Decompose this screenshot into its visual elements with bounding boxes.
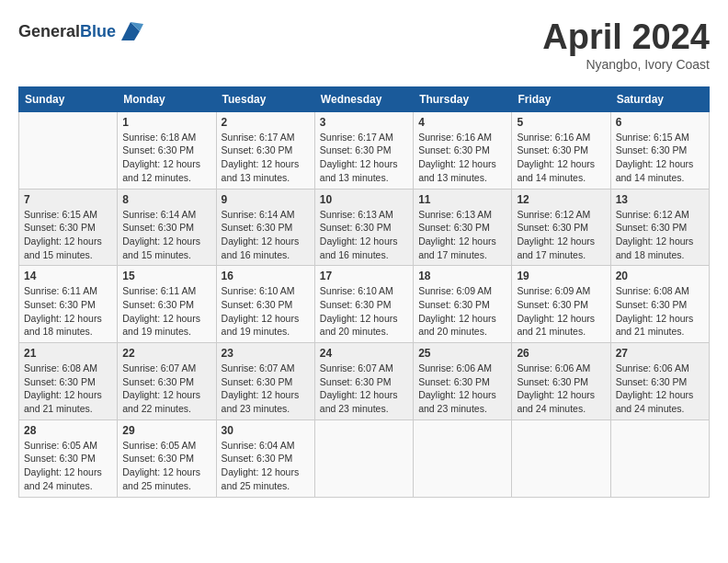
calendar-cell: 6Sunrise: 6:15 AM Sunset: 6:30 PM Daylig… — [610, 111, 709, 189]
day-info: Sunrise: 6:17 AM Sunset: 6:30 PM Dayligh… — [222, 131, 310, 185]
day-number: 29 — [122, 424, 210, 437]
day-info: Sunrise: 6:09 AM Sunset: 6:30 PM Dayligh… — [418, 284, 506, 339]
weekday-header: Friday — [512, 86, 610, 111]
month-title: April 2024 — [542, 18, 710, 57]
day-number: 10 — [320, 193, 408, 206]
day-number: 16 — [222, 270, 310, 282]
calendar-cell: 14Sunrise: 6:11 AM Sunset: 6:30 PM Dayli… — [19, 266, 118, 343]
calendar-week-row: 1Sunrise: 6:18 AM Sunset: 6:30 PM Daylig… — [19, 111, 710, 189]
calendar-cell: 30Sunrise: 6:04 AM Sunset: 6:30 PM Dayli… — [216, 419, 314, 497]
calendar-cell — [19, 111, 118, 189]
day-info: Sunrise: 6:10 AM Sunset: 6:30 PM Dayligh… — [222, 284, 310, 339]
calendar-cell: 1Sunrise: 6:18 AM Sunset: 6:30 PM Daylig… — [118, 111, 216, 189]
calendar-cell — [314, 419, 413, 497]
day-number: 5 — [517, 116, 605, 129]
day-number: 7 — [24, 193, 112, 206]
calendar-cell: 21Sunrise: 6:08 AM Sunset: 6:30 PM Dayli… — [19, 343, 118, 420]
calendar-cell: 28Sunrise: 6:05 AM Sunset: 6:30 PM Dayli… — [19, 419, 118, 497]
day-number: 12 — [517, 193, 605, 206]
calendar-cell: 25Sunrise: 6:06 AM Sunset: 6:30 PM Dayli… — [414, 343, 512, 420]
weekday-header: Thursday — [414, 86, 512, 111]
day-number: 8 — [122, 193, 210, 206]
calendar-week-row: 21Sunrise: 6:08 AM Sunset: 6:30 PM Dayli… — [19, 343, 710, 420]
calendar-cell: 13Sunrise: 6:12 AM Sunset: 6:30 PM Dayli… — [610, 189, 709, 266]
calendar-cell: 9Sunrise: 6:14 AM Sunset: 6:30 PM Daylig… — [216, 189, 314, 266]
day-info: Sunrise: 6:08 AM Sunset: 6:30 PM Dayligh… — [616, 284, 704, 339]
day-number: 3 — [320, 116, 408, 129]
day-info: Sunrise: 6:16 AM Sunset: 6:30 PM Dayligh… — [517, 131, 605, 185]
logo-general: General — [18, 22, 80, 40]
day-number: 23 — [222, 347, 310, 360]
calendar-cell: 10Sunrise: 6:13 AM Sunset: 6:30 PM Dayli… — [314, 189, 413, 266]
calendar-cell: 26Sunrise: 6:06 AM Sunset: 6:30 PM Dayli… — [512, 343, 610, 420]
calendar-cell: 17Sunrise: 6:10 AM Sunset: 6:30 PM Dayli… — [314, 266, 413, 343]
day-number: 9 — [222, 193, 310, 206]
weekday-header: Tuesday — [216, 86, 314, 111]
logo-blue: Blue — [80, 22, 116, 40]
calendar-cell: 5Sunrise: 6:16 AM Sunset: 6:30 PM Daylig… — [512, 111, 610, 189]
calendar-cell: 24Sunrise: 6:07 AM Sunset: 6:30 PM Dayli… — [314, 343, 413, 420]
calendar-week-row: 7Sunrise: 6:15 AM Sunset: 6:30 PM Daylig… — [19, 189, 710, 266]
calendar-cell: 20Sunrise: 6:08 AM Sunset: 6:30 PM Dayli… — [610, 266, 709, 343]
day-info: Sunrise: 6:12 AM Sunset: 6:30 PM Dayligh… — [517, 208, 605, 262]
day-info: Sunrise: 6:06 AM Sunset: 6:30 PM Dayligh… — [517, 362, 605, 416]
weekday-header: Sunday — [19, 86, 118, 111]
day-info: Sunrise: 6:04 AM Sunset: 6:30 PM Dayligh… — [222, 439, 310, 493]
calendar-cell: 18Sunrise: 6:09 AM Sunset: 6:30 PM Dayli… — [414, 266, 512, 343]
day-info: Sunrise: 6:07 AM Sunset: 6:30 PM Dayligh… — [222, 362, 310, 416]
day-info: Sunrise: 6:15 AM Sunset: 6:30 PM Dayligh… — [616, 131, 704, 185]
weekday-header: Monday — [118, 86, 216, 111]
calendar-cell: 8Sunrise: 6:14 AM Sunset: 6:30 PM Daylig… — [118, 189, 216, 266]
day-info: Sunrise: 6:18 AM Sunset: 6:30 PM Dayligh… — [122, 131, 210, 185]
calendar-cell: 15Sunrise: 6:11 AM Sunset: 6:30 PM Dayli… — [118, 266, 216, 343]
day-number: 25 — [418, 347, 506, 360]
day-number: 2 — [222, 116, 310, 129]
day-number: 14 — [24, 270, 112, 282]
calendar-cell: 2Sunrise: 6:17 AM Sunset: 6:30 PM Daylig… — [216, 111, 314, 189]
calendar-cell: 11Sunrise: 6:13 AM Sunset: 6:30 PM Dayli… — [414, 189, 512, 266]
day-number: 4 — [418, 116, 506, 129]
calendar-cell: 7Sunrise: 6:15 AM Sunset: 6:30 PM Daylig… — [19, 189, 118, 266]
day-info: Sunrise: 6:15 AM Sunset: 6:30 PM Dayligh… — [24, 208, 112, 262]
day-number: 11 — [418, 193, 506, 206]
calendar-cell: 19Sunrise: 6:09 AM Sunset: 6:30 PM Dayli… — [512, 266, 610, 343]
weekday-header: Saturday — [610, 86, 709, 111]
logo: GeneralBlue — [18, 18, 143, 44]
day-info: Sunrise: 6:13 AM Sunset: 6:30 PM Dayligh… — [320, 208, 408, 262]
day-number: 1 — [122, 116, 210, 129]
day-info: Sunrise: 6:06 AM Sunset: 6:30 PM Dayligh… — [616, 362, 704, 416]
day-number: 24 — [320, 347, 408, 360]
calendar-week-row: 14Sunrise: 6:11 AM Sunset: 6:30 PM Dayli… — [19, 266, 710, 343]
day-number: 26 — [517, 347, 605, 360]
weekday-header: Wednesday — [314, 86, 413, 111]
calendar-cell: 12Sunrise: 6:12 AM Sunset: 6:30 PM Dayli… — [512, 189, 610, 266]
location-subtitle: Nyangbo, Ivory Coast — [542, 57, 710, 72]
title-block: April 2024 Nyangbo, Ivory Coast — [542, 18, 710, 72]
calendar-cell: 3Sunrise: 6:17 AM Sunset: 6:30 PM Daylig… — [314, 111, 413, 189]
day-info: Sunrise: 6:13 AM Sunset: 6:30 PM Dayligh… — [418, 208, 506, 262]
day-info: Sunrise: 6:09 AM Sunset: 6:30 PM Dayligh… — [517, 284, 605, 339]
calendar-cell — [610, 419, 709, 497]
day-info: Sunrise: 6:07 AM Sunset: 6:30 PM Dayligh… — [122, 362, 210, 416]
calendar-cell — [414, 419, 512, 497]
calendar-cell: 16Sunrise: 6:10 AM Sunset: 6:30 PM Dayli… — [216, 266, 314, 343]
day-number: 22 — [122, 347, 210, 360]
day-number: 17 — [320, 270, 408, 282]
calendar-cell: 22Sunrise: 6:07 AM Sunset: 6:30 PM Dayli… — [118, 343, 216, 420]
day-info: Sunrise: 6:12 AM Sunset: 6:30 PM Dayligh… — [616, 208, 704, 262]
day-info: Sunrise: 6:16 AM Sunset: 6:30 PM Dayligh… — [418, 131, 506, 185]
day-number: 20 — [616, 270, 704, 282]
day-info: Sunrise: 6:10 AM Sunset: 6:30 PM Dayligh… — [320, 284, 408, 339]
day-number: 21 — [24, 347, 112, 360]
day-number: 19 — [517, 270, 605, 282]
day-number: 30 — [222, 424, 310, 437]
calendar-cell: 23Sunrise: 6:07 AM Sunset: 6:30 PM Dayli… — [216, 343, 314, 420]
day-info: Sunrise: 6:11 AM Sunset: 6:30 PM Dayligh… — [122, 284, 210, 339]
calendar-cell: 4Sunrise: 6:16 AM Sunset: 6:30 PM Daylig… — [414, 111, 512, 189]
day-info: Sunrise: 6:08 AM Sunset: 6:30 PM Dayligh… — [24, 362, 112, 416]
day-number: 6 — [616, 116, 704, 129]
calendar-table: SundayMondayTuesdayWednesdayThursdayFrid… — [18, 86, 710, 498]
day-info: Sunrise: 6:05 AM Sunset: 6:30 PM Dayligh… — [122, 439, 210, 493]
day-number: 13 — [616, 193, 704, 206]
day-info: Sunrise: 6:14 AM Sunset: 6:30 PM Dayligh… — [122, 208, 210, 262]
